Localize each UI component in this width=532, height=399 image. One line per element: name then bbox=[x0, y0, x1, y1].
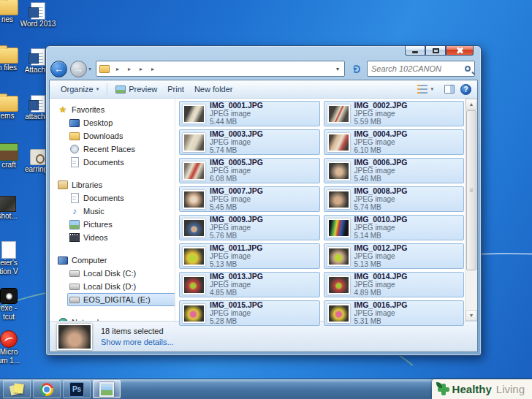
file-meta: IMG_0014.JPG JPEG image 4.89 MB bbox=[354, 273, 408, 297]
desktop-icon-image bbox=[1, 241, 16, 259]
sidebar-item[interactable]: Libraries bbox=[56, 178, 172, 191]
sidebar-item[interactable]: Network bbox=[56, 316, 172, 321]
file-tile[interactable]: IMG_0003.JPG JPEG image 5.74 MB bbox=[179, 129, 320, 155]
file-tile[interactable]: IMG_0010.JPG JPEG image 5.14 MB bbox=[324, 215, 465, 240]
file-thumbnail bbox=[183, 104, 205, 123]
back-button[interactable]: ← bbox=[50, 61, 67, 77]
desktop-icon[interactable]: shot... bbox=[0, 194, 31, 221]
file-name: IMG_0012.JPG bbox=[354, 244, 408, 252]
sidebar-item-label: Recent Places bbox=[83, 145, 135, 153]
file-type: JPEG image bbox=[210, 281, 263, 289]
sidebar-item[interactable]: Local Disk (D:) bbox=[67, 280, 172, 293]
file-tile[interactable]: IMG_0015.JPG JPEG image 5.28 MB bbox=[179, 300, 320, 326]
file-type: JPEG image bbox=[354, 309, 408, 317]
file-tile[interactable]: IMG_0013.JPG JPEG image 4.85 MB bbox=[179, 272, 320, 297]
file-meta: IMG_0010.JPG JPEG image 5.14 MB bbox=[354, 216, 408, 240]
sidebar-item[interactable]: Recent Places bbox=[67, 142, 172, 156]
sidebar-item-icon bbox=[69, 269, 80, 278]
taskbar-button[interactable]: Ps bbox=[63, 380, 91, 398]
print-button[interactable]: Print bbox=[162, 83, 189, 96]
sidebar-item[interactable]: Documents bbox=[67, 191, 172, 205]
preview-button[interactable]: Preview bbox=[110, 83, 162, 96]
file-name: IMG_0013.JPG bbox=[210, 273, 263, 281]
window-titlebar[interactable] bbox=[46, 46, 481, 58]
sidebar-item[interactable]: Local Disk (C:) bbox=[67, 267, 172, 280]
toolbar-separator bbox=[107, 83, 107, 95]
sidebar-item-label: Computer bbox=[72, 256, 107, 265]
desktop-icon[interactable]: Micro um 1... bbox=[0, 330, 32, 365]
sidebar-item[interactable]: Music bbox=[67, 205, 172, 218]
address-dropdown-caret[interactable]: ▾ bbox=[334, 66, 341, 72]
preview-pane-toggle[interactable] bbox=[444, 85, 455, 94]
address-box[interactable]: ▾ bbox=[96, 61, 345, 77]
file-tile[interactable]: IMG_0011.JPG JPEG image 5.13 MB bbox=[179, 243, 320, 269]
desktop-icon[interactable]: exe - tcut bbox=[0, 286, 32, 322]
sidebar-item-label: Pictures bbox=[83, 220, 113, 229]
file-meta: IMG_0013.JPG JPEG image 4.85 MB bbox=[210, 273, 263, 297]
sidebar-item[interactable]: Favorites bbox=[56, 103, 172, 116]
breadcrumb-item[interactable] bbox=[113, 66, 123, 72]
desktop-icon-image bbox=[31, 95, 45, 113]
file-name: IMG_0005.JPG bbox=[210, 159, 263, 167]
file-tile[interactable]: IMG_0009.JPG JPEG image 5.76 MB bbox=[179, 215, 320, 240]
show-more-details-link[interactable]: Show more details... bbox=[101, 337, 174, 348]
sidebar-item-icon bbox=[58, 105, 68, 115]
file-meta: IMG_0002.JPG JPEG image 5.59 MB bbox=[354, 102, 408, 126]
sidebar-item-label: Documents bbox=[83, 158, 124, 167]
file-size: 5.46 MB bbox=[354, 175, 408, 183]
forward-button[interactable]: → bbox=[70, 61, 87, 77]
file-tile[interactable]: IMG_0002.JPG JPEG image 5.59 MB bbox=[324, 101, 465, 126]
file-meta: IMG_0001.JPG JPEG image 5.44 MB bbox=[210, 102, 263, 126]
file-tile[interactable]: IMG_0005.JPG JPEG image 6.08 MB bbox=[179, 158, 320, 183]
file-tile[interactable]: IMG_0006.JPG JPEG image 5.46 MB bbox=[324, 158, 465, 183]
taskbar-button[interactable] bbox=[93, 380, 121, 398]
file-thumbnail bbox=[327, 104, 350, 123]
file-size: 5.59 MB bbox=[354, 118, 408, 126]
desktop-icon[interactable]: eier's tion V bbox=[0, 241, 32, 276]
file-tile[interactable]: IMG_0008.JPG JPEG image 5.74 MB bbox=[324, 186, 465, 212]
breadcrumb-item[interactable] bbox=[136, 66, 146, 72]
search-input[interactable] bbox=[371, 64, 465, 73]
sidebar-item[interactable]: Pictures bbox=[67, 218, 172, 231]
sidebar-item[interactable]: EOS_DIGITAL (E:) bbox=[67, 293, 175, 306]
recent-pages-chevron[interactable]: ▾ bbox=[88, 66, 91, 72]
scrollbar-thumb[interactable] bbox=[466, 110, 476, 270]
file-tile[interactable]: IMG_0016.JPG JPEG image 5.31 MB bbox=[324, 300, 465, 326]
desktop-icon[interactable]: Word 2013 bbox=[15, 2, 61, 28]
sidebar-item[interactable]: Documents bbox=[67, 156, 172, 169]
sidebar-item-label: Music bbox=[83, 207, 104, 216]
new-folder-button[interactable]: New folder bbox=[189, 83, 238, 96]
vertical-scrollbar[interactable]: ▲ ▼ bbox=[465, 99, 477, 321]
taskbar-button[interactable] bbox=[3, 380, 31, 398]
minimize-button[interactable] bbox=[405, 46, 425, 56]
file-tile[interactable]: IMG_0001.JPG JPEG image 5.44 MB bbox=[179, 101, 320, 126]
help-button[interactable]: ? bbox=[460, 84, 471, 95]
breadcrumb-item[interactable] bbox=[124, 66, 134, 72]
sidebar-item[interactable]: Downloads bbox=[67, 129, 172, 142]
file-type: JPEG image bbox=[210, 224, 263, 232]
file-size: 5.13 MB bbox=[210, 260, 262, 268]
file-thumbnail bbox=[327, 133, 350, 152]
taskbar-button[interactable] bbox=[33, 380, 61, 398]
preview-icon bbox=[115, 86, 126, 94]
file-tile[interactable]: IMG_0014.JPG JPEG image 4.89 MB bbox=[324, 272, 465, 297]
breadcrumb-item[interactable] bbox=[148, 66, 158, 72]
file-size: 5.14 MB bbox=[354, 232, 408, 240]
file-tile[interactable]: IMG_0004.JPG JPEG image 6.10 MB bbox=[324, 129, 465, 155]
scroll-down-arrow[interactable]: ▼ bbox=[466, 310, 477, 321]
desktop-icon-image bbox=[0, 196, 16, 212]
chevron-down-icon: ▾ bbox=[430, 86, 433, 92]
file-thumbnail bbox=[183, 162, 205, 180]
file-meta: IMG_0015.JPG JPEG image 5.28 MB bbox=[210, 301, 263, 325]
file-tile[interactable]: IMG_0012.JPG JPEG image 5.13 MB bbox=[324, 243, 465, 269]
sidebar-item[interactable]: Computer bbox=[56, 254, 172, 267]
refresh-button[interactable] bbox=[348, 61, 364, 77]
file-tile[interactable]: IMG_0007.JPG JPEG image 5.45 MB bbox=[179, 186, 320, 212]
sidebar-item[interactable]: Desktop bbox=[67, 116, 172, 129]
maximize-button[interactable] bbox=[425, 46, 446, 56]
scroll-up-arrow[interactable]: ▲ bbox=[466, 99, 477, 110]
close-button[interactable] bbox=[446, 46, 474, 56]
sidebar-item[interactable]: Videos bbox=[67, 231, 172, 244]
change-view-button[interactable]: ▾ bbox=[412, 83, 438, 96]
organize-button[interactable]: Organize ▾ bbox=[56, 83, 104, 96]
